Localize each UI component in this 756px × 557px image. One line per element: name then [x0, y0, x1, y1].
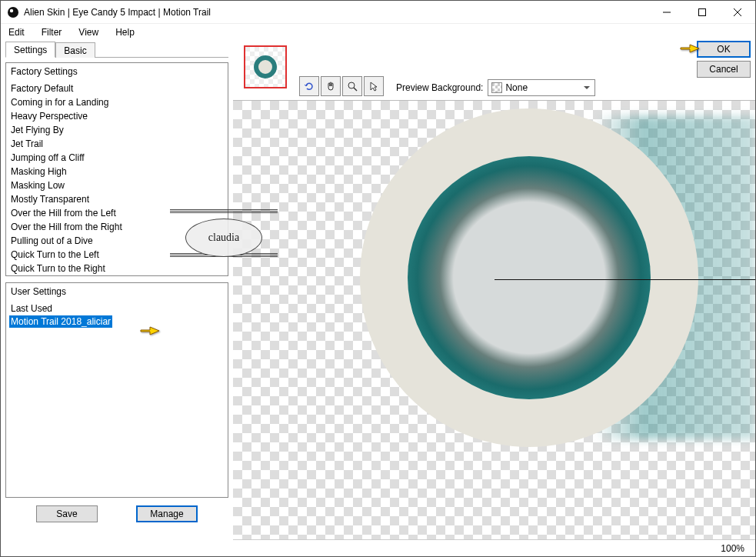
- list-item[interactable]: Mostly Transparent: [6, 192, 228, 206]
- svg-point-6: [348, 82, 355, 88]
- preview-object-inner: [408, 156, 651, 399]
- list-item[interactable]: Heavy Perspective: [6, 109, 228, 123]
- list-item[interactable]: Pulling out of a Dive: [6, 234, 228, 248]
- menu-edit[interactable]: Edit: [5, 25, 28, 39]
- tab-settings[interactable]: Settings: [5, 42, 55, 58]
- preview-bg-row: Preview Background: None: [396, 79, 595, 96]
- tool-row: [299, 76, 384, 96]
- minimize-button[interactable]: [649, 1, 684, 24]
- tool-hand-icon[interactable]: [321, 76, 341, 96]
- cancel-button[interactable]: Cancel: [697, 61, 751, 78]
- list-item[interactable]: Factory Default: [6, 82, 228, 95]
- right-panel: Preview Background: None OK Cancel 100%: [233, 41, 755, 556]
- svg-rect-3: [699, 8, 706, 15]
- thumbnail-graphic: [254, 55, 277, 78]
- list-item[interactable]: Jumping off a Cliff: [6, 151, 228, 165]
- action-buttons: OK Cancel: [697, 41, 751, 78]
- checker-swatch-icon: [491, 82, 502, 93]
- list-item[interactable]: Jet Trail: [6, 137, 228, 151]
- preview-toolbar: Preview Background: None OK Cancel: [233, 41, 755, 101]
- factory-settings-list[interactable]: Factory Settings Factory Default Coming …: [5, 62, 228, 276]
- manage-button[interactable]: Manage: [136, 505, 198, 522]
- list-item[interactable]: Quick Turn to the Left: [6, 248, 228, 262]
- menubar: Edit Filter View Help: [1, 24, 755, 41]
- center-line: [495, 279, 755, 280]
- list-item[interactable]: Right at You: [6, 275, 228, 276]
- user-settings-list[interactable]: User Settings Last Used Motion Trail 201…: [5, 282, 228, 498]
- menu-view[interactable]: View: [75, 25, 102, 39]
- list-item[interactable]: Masking Low: [6, 178, 228, 192]
- preview-area[interactable]: [233, 101, 755, 539]
- preview-object: [360, 108, 698, 447]
- list-item-selected[interactable]: Motion Trail 2018_aliciar: [9, 315, 112, 328]
- tool-pointer-icon[interactable]: [364, 76, 384, 96]
- svg-point-0: [8, 7, 18, 18]
- menu-help[interactable]: Help: [112, 25, 138, 39]
- list-item[interactable]: Over the Hill from the Right: [6, 220, 228, 234]
- left-panel: Settings Basic Factory Settings Factory …: [1, 41, 233, 556]
- list-item[interactable]: Coming in for a Landing: [6, 95, 228, 109]
- list-item[interactable]: Last Used: [6, 302, 228, 315]
- settings-button-row: Save Manage: [5, 505, 228, 522]
- save-button[interactable]: Save: [36, 505, 98, 522]
- close-button[interactable]: [720, 1, 755, 24]
- titlebar: Alien Skin | Eye Candy 5 Impact | Motion…: [1, 1, 755, 24]
- preview-thumbnail[interactable]: [244, 45, 287, 88]
- svg-line-7: [354, 88, 357, 91]
- zoom-level: 100%: [721, 543, 744, 554]
- factory-header: Factory Settings: [6, 65, 228, 82]
- preview-bg-label: Preview Background:: [396, 82, 483, 93]
- statusbar: 100%: [233, 539, 755, 556]
- user-header: User Settings: [6, 285, 228, 302]
- tool-reset-icon[interactable]: [299, 76, 319, 96]
- svg-point-1: [10, 8, 13, 12]
- tool-zoom-icon[interactable]: [342, 76, 362, 96]
- preview-bg-select[interactable]: None: [488, 79, 595, 96]
- ok-button[interactable]: OK: [697, 41, 751, 58]
- list-item[interactable]: Over the Hill from the Left: [6, 206, 228, 220]
- window-title: Alien Skin | Eye Candy 5 Impact | Motion…: [24, 7, 649, 18]
- window-controls: [649, 1, 755, 24]
- tabs: Settings Basic: [5, 41, 228, 58]
- app-icon: [7, 6, 19, 18]
- list-item[interactable]: Jet Flying By: [6, 123, 228, 137]
- list-item[interactable]: Quick Turn to the Right: [6, 262, 228, 275]
- maximize-button[interactable]: [684, 1, 720, 24]
- tab-basic[interactable]: Basic: [55, 42, 95, 58]
- menu-filter[interactable]: Filter: [38, 25, 65, 39]
- preview-bg-value: None: [505, 82, 528, 93]
- list-item[interactable]: Masking High: [6, 165, 228, 178]
